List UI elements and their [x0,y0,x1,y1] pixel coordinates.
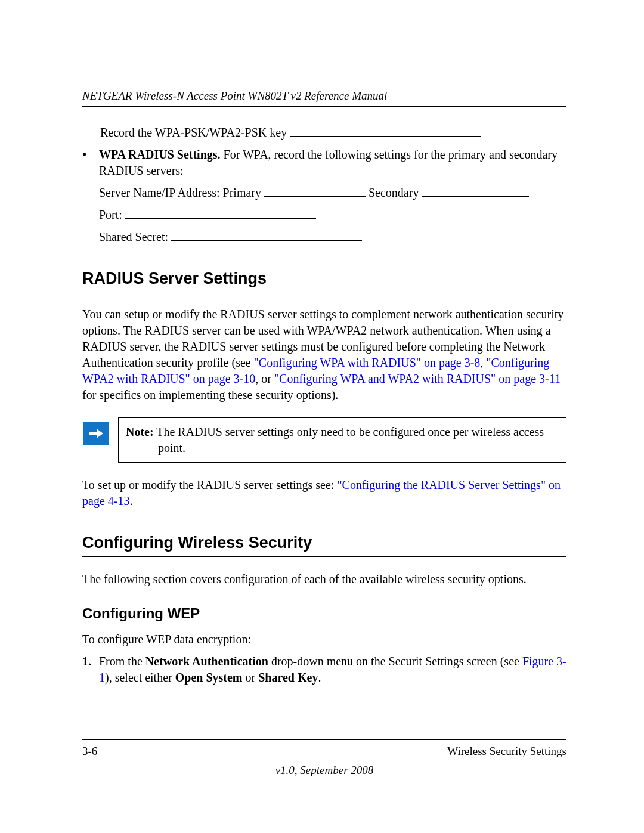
radius-text-b: for specifics on implementing these secu… [82,388,338,401]
radius-sep2: , or [255,372,274,385]
record-key-text: Record the WPA-PSK/WPA2-PSK key [100,126,290,139]
step1-bold-network-auth: Network Authentication [145,655,268,668]
footer-row: 3-6 Wireless Security Settings [82,745,566,758]
note-body: The RADIUS server settings only need to … [154,425,544,454]
link-configuring-wpa-radius[interactable]: "Configuring WPA with RADIUS" on page 3-… [254,356,481,369]
heading-configuring-wep: Configuring WEP [82,604,566,623]
record-key-block: Record the WPA-PSK/WPA2-PSK key [100,125,566,141]
blank-line [171,229,362,241]
step1-e: . [318,671,321,684]
shared-secret-label: Shared Secret: [99,230,171,243]
step-1: 1. From the Network Authentication drop-… [82,654,566,686]
port-line: Port: [99,207,566,223]
footer-rule [82,739,566,740]
note-label: Note: [126,425,154,438]
step-number: 1. [82,654,99,686]
page-footer: 3-6 Wireless Security Settings v1.0, Sep… [82,739,566,777]
note-box: Note: The RADIUS server settings only ne… [118,417,566,463]
body-content: Record the WPA-PSK/WPA2-PSK key • WPA RA… [82,125,566,686]
running-header: NETGEAR Wireless-N Access Point WN802T v… [82,89,566,107]
setup-text-a: To set up or modify the RADIUS server se… [82,478,337,491]
cws-paragraph: The following section covers configurati… [82,571,566,587]
step1-b: drop-down menu on the Securit Settings s… [268,655,522,668]
server-line: Server Name/IP Address: Primary Secondar… [99,185,566,201]
shared-secret-line: Shared Secret: [99,229,566,245]
link-configuring-wpa-wpa2-radius[interactable]: "Configuring WPA and WPA2 with RADIUS" o… [274,372,561,385]
step1-a: From the [99,655,145,668]
server-label-primary: Server Name/IP Address: Primary [99,186,264,199]
step1-c: ), select either [105,671,175,684]
page-number: 3-6 [82,745,97,758]
arrow-right-icon [83,422,109,445]
step-1-text: From the Network Authentication drop-dow… [99,654,566,686]
bullet-dot: • [82,147,99,245]
port-label: Port: [99,208,125,221]
note-content: Note: The RADIUS server settings only ne… [126,424,559,456]
wpa-radius-text: WPA RADIUS Settings. For WPA, record the… [99,147,566,245]
heading-radius-server-settings: RADIUS Server Settings [82,268,566,292]
heading-configuring-wireless-security: Configuring Wireless Security [82,532,566,556]
blank-line [422,185,529,197]
wep-intro: To configure WEP data encryption: [82,631,566,648]
step1-bold-shared-key: Shared Key [258,671,318,684]
step1-d: or [243,671,259,684]
section-title: Wireless Security Settings [447,745,566,758]
blank-line [290,125,481,137]
setup-text-b: . [129,494,132,507]
wpa-radius-bold: WPA RADIUS Settings. [99,148,221,161]
wpa-radius-bullet: • WPA RADIUS Settings. For WPA, record t… [82,147,566,245]
blank-line [264,185,366,197]
footer-version: v1.0, September 2008 [82,764,566,777]
document-page: NETGEAR Wireless-N Access Point WN802T v… [0,0,644,833]
step1-bold-open-system: Open System [175,671,243,684]
radius-sep1: , [480,356,486,369]
setup-paragraph: To set up or modify the RADIUS server se… [82,477,566,509]
server-label-secondary: Secondary [366,186,422,199]
radius-paragraph: You can setup or modify the RADIUS serve… [82,306,566,403]
blank-line [125,207,316,219]
